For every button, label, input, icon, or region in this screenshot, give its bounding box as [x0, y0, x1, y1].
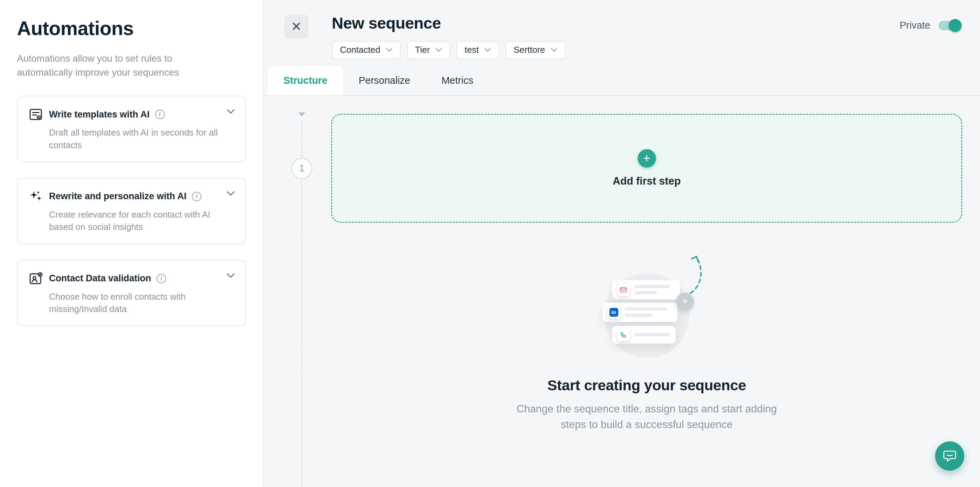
sequence-title[interactable]: New sequence [332, 14, 566, 32]
phone-icon [617, 328, 630, 341]
empty-state-description: Change the sequence title, assign tags a… [512, 401, 781, 433]
automations-sidebar: Automations Automations allow you to set… [0, 0, 264, 487]
close-button[interactable]: ✕ [284, 14, 309, 39]
tag-label: Serttore [514, 45, 545, 55]
contact-card-icon [28, 271, 43, 286]
tab-metrics[interactable]: Metrics [426, 66, 488, 95]
empty-state-title: Start creating your sequence [547, 377, 746, 394]
card-description: Choose how to enroll contacts with missi… [49, 291, 219, 315]
tag-dropdown-tier[interactable]: Tier [407, 41, 450, 59]
automation-card-rewrite-personalize[interactable]: Rewrite and personalize with AI i Create… [17, 178, 246, 244]
automation-card-contact-validation[interactable]: Contact Data validation i Choose how to … [17, 260, 246, 326]
tag-label: Contacted [340, 45, 380, 55]
placeholder-lines [625, 308, 667, 317]
step-number-badge: 1 [291, 158, 312, 179]
card-title: Write templates with AI [49, 109, 150, 120]
tag-label: Tier [415, 45, 430, 55]
empty-state: in [331, 268, 962, 433]
plus-icon[interactable]: + [638, 149, 656, 168]
chevron-down-icon[interactable] [226, 109, 235, 115]
tab-personalize[interactable]: Personalize [343, 66, 426, 95]
timeline-caret-icon [298, 112, 305, 117]
chevron-down-icon[interactable] [226, 191, 235, 198]
add-first-step-label: Add first step [613, 175, 681, 187]
tag-label: test [465, 45, 479, 55]
plus-icon: + [676, 292, 694, 310]
linkedin-icon: in [608, 306, 620, 319]
placeholder-lines [635, 285, 670, 294]
sequence-canvas: 1 + Add first step [264, 96, 980, 487]
illustration-linkedin-card: in [603, 303, 678, 322]
chat-button[interactable] [935, 441, 964, 471]
title-block: New sequence Contacted Tier test [332, 14, 566, 59]
sequence-illustration: in [569, 268, 725, 367]
illustration-email-card [612, 280, 680, 299]
sidebar-title: Automations [17, 17, 246, 40]
card-header: Contact Data validation i [28, 271, 235, 286]
placeholder-lines [635, 333, 670, 336]
tag-dropdown-test[interactable]: test [456, 41, 499, 59]
sequence-header: ✕ New sequence Contacted Tier test [264, 0, 980, 59]
toggle-knob [949, 19, 962, 32]
app-root: Automations Automations allow you to set… [0, 0, 980, 487]
sparkles-icon [28, 189, 43, 204]
sidebar-description: Automations allow you to set rules to au… [17, 52, 202, 79]
info-icon[interactable]: i [155, 110, 165, 119]
privacy-control: Private [900, 20, 961, 31]
chevron-down-icon [386, 48, 393, 52]
editor-tabs: Structure Personalize Metrics [264, 66, 980, 96]
card-header: Rewrite and personalize with AI i [28, 189, 235, 204]
tag-row: Contacted Tier test Serttore [332, 41, 566, 59]
template-icon [28, 107, 43, 122]
chevron-down-icon [550, 48, 557, 52]
sequence-editor-main: ✕ New sequence Contacted Tier test [264, 0, 980, 487]
card-description: Create relevance for each contact with A… [49, 208, 219, 233]
chevron-down-icon[interactable] [226, 273, 235, 279]
chevron-down-icon [484, 48, 491, 52]
chat-icon [942, 448, 958, 464]
mail-icon [617, 283, 630, 296]
tag-dropdown-contacted[interactable]: Contacted [332, 41, 401, 59]
arrow-up-icon [683, 252, 714, 295]
info-icon[interactable]: i [192, 192, 202, 201]
tab-structure[interactable]: Structure [268, 66, 343, 95]
automation-card-write-templates[interactable]: Write templates with AI i Draft all temp… [17, 96, 246, 162]
private-toggle[interactable] [939, 21, 961, 30]
illustration-phone-card [612, 326, 675, 343]
card-description: Draft all templates with AI in seconds f… [49, 126, 219, 151]
card-header: Write templates with AI i [28, 107, 235, 122]
tag-dropdown-serttore[interactable]: Serttore [505, 41, 566, 59]
card-title: Rewrite and personalize with AI [49, 191, 186, 201]
privacy-label: Private [900, 20, 930, 31]
card-title: Contact Data validation [49, 273, 151, 284]
info-icon[interactable]: i [156, 274, 166, 283]
add-first-step-dropzone[interactable]: + Add first step [331, 114, 962, 223]
chevron-down-icon [435, 48, 442, 52]
